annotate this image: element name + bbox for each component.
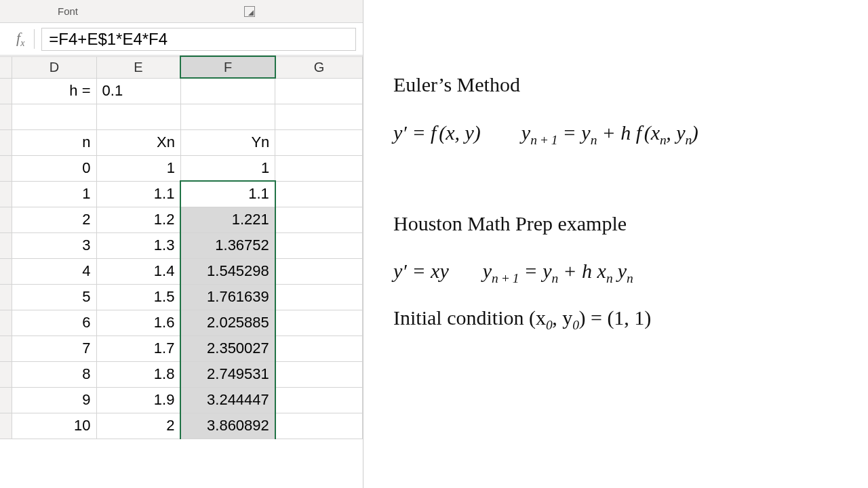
excel-pane: Font fx D E F G h = 0.1 xyxy=(0,0,363,488)
eq-yprime-xy: y′ = xy xyxy=(393,258,449,287)
hdr-yn[interactable]: Yn xyxy=(180,129,275,155)
col-header-G[interactable]: G xyxy=(275,56,363,78)
notes-pane: Euler’s Method y′ = f (x, y) yn + 1 = yn… xyxy=(363,0,868,488)
eq-yprime-fxy: y′ = f (x, y) xyxy=(393,119,481,149)
eq-euler-step: yn + 1 = yn + h f (xn, yn) xyxy=(521,119,698,149)
ribbon-row: Font xyxy=(0,0,363,23)
cell-h-value[interactable]: 0.1 xyxy=(96,78,180,104)
table-row: 6 1.6 2.025885 xyxy=(0,310,363,336)
table-row: 7 1.7 2.350027 xyxy=(0,336,363,361)
column-header-row: D E F G xyxy=(0,56,363,78)
table-row: 0 1 1 xyxy=(0,155,363,181)
notes-title: Euler’s Method xyxy=(393,71,854,99)
hdr-xn[interactable]: Xn xyxy=(96,129,180,155)
row-headers: n Xn Yn xyxy=(0,129,363,155)
spreadsheet-grid[interactable]: D E F G h = 0.1 n Xn Yn xyxy=(0,56,363,488)
formula-bar: fx xyxy=(0,23,363,56)
cell[interactable] xyxy=(180,78,275,104)
ribbon-group-font-label: Font xyxy=(0,5,136,17)
col-header-E[interactable]: E xyxy=(96,56,180,78)
table-row: 1 1.1 1.1 xyxy=(0,181,363,207)
table-row: 4 1.4 1.545298 xyxy=(0,258,363,284)
hdr-n[interactable]: n xyxy=(12,129,96,155)
row-blank xyxy=(0,104,363,129)
table-row: 10 2 3.860892 xyxy=(0,413,363,439)
equation-row-2: y′ = xy yn + 1 = yn + h xn yn xyxy=(393,258,854,287)
col-header-D[interactable]: D xyxy=(12,56,96,78)
table-row: 2 1.2 1.221 xyxy=(0,207,363,232)
table-row: 3 1.3 1.36752 xyxy=(0,232,363,258)
table-row: 8 1.8 2.749531 xyxy=(0,361,363,387)
cell-h-label[interactable]: h = xyxy=(12,78,96,104)
table-row: 5 1.5 1.761639 xyxy=(0,284,363,310)
fx-icon[interactable]: fx xyxy=(7,29,35,49)
cell[interactable] xyxy=(275,78,363,104)
row-h: h = 0.1 xyxy=(0,78,363,104)
formula-input[interactable] xyxy=(41,28,356,51)
col-header-F[interactable]: F xyxy=(180,56,275,78)
active-cell[interactable]: 1.1 xyxy=(180,181,275,207)
initial-condition: Initial condition (x0, y0) = (1, 1) xyxy=(393,304,854,334)
eq-example-step: yn + 1 = yn + h xn yn xyxy=(483,258,633,287)
equation-row-1: y′ = f (x, y) yn + 1 = yn + h f (xn, yn) xyxy=(393,119,854,149)
dialog-launcher-icon[interactable] xyxy=(244,6,255,17)
table-row: 9 1.9 3.244447 xyxy=(0,387,363,413)
notes-subtitle: Houston Math Prep example xyxy=(393,210,854,238)
